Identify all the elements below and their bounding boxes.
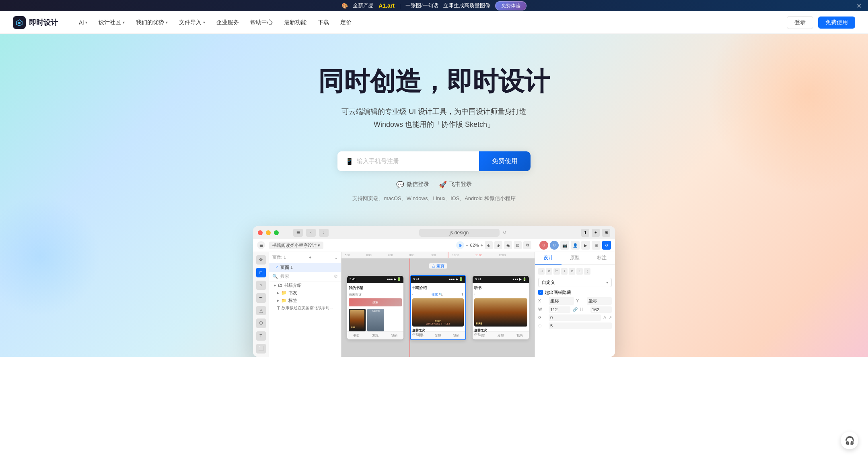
tab-prototype[interactable]: 原型: [562, 252, 588, 265]
search-input[interactable]: 搜索: [280, 273, 331, 279]
hero-cta-button[interactable]: 免费使用: [479, 151, 531, 171]
menu-icon[interactable]: ☰: [257, 241, 265, 249]
move-tool-icon[interactable]: ✥: [256, 255, 266, 265]
mac-sidebar-btn[interactable]: ☰: [293, 229, 303, 237]
folder-icon-2: 📁: [281, 298, 287, 303]
vector-tool-icon[interactable]: ⬡: [256, 318, 266, 328]
phone-input-wrapper[interactable]: 📱 输入手机号注册: [337, 151, 479, 171]
mobile-frame-2: 9:41 ●●● ▶ 🔋 书籍介绍 ‹ 搜索 🔍 ⬆ FIRE: [410, 275, 466, 340]
wechat-login[interactable]: 💬 微信登录: [396, 181, 429, 188]
hero-title: 同时创造，即时设计: [318, 66, 550, 97]
mac-back-btn[interactable]: ‹: [306, 229, 316, 237]
rotation-value[interactable]: 0: [549, 314, 601, 321]
page-1-item[interactable]: ✓ 页面 1: [269, 263, 341, 272]
circle-tool-icon[interactable]: ○: [256, 281, 266, 290]
zoom-plus[interactable]: +: [481, 243, 483, 248]
nav-item-new[interactable]: 最新功能: [279, 17, 311, 29]
pen-tool-icon[interactable]: ✒: [256, 293, 266, 303]
hero-section: 同时创造，即时设计 可云端编辑的专业级 UI 设计工具，为中国设计师量身打造 W…: [0, 34, 868, 357]
nav-download-label: 下载: [318, 19, 329, 26]
collab-play-icon[interactable]: ▶: [581, 241, 590, 250]
mac-close-dot[interactable]: [258, 230, 263, 235]
mac-reload-btn[interactable]: ↺: [503, 230, 506, 235]
mobile-content-1: 我的书架 由来告诉 搜索 FIRE: [347, 283, 403, 331]
layer-book-intro[interactable]: ▸ 🗂 书籍介绍: [269, 281, 341, 289]
feishu-login[interactable]: 🚀 飞书登录: [439, 181, 472, 188]
align-top-icon[interactable]: ⊤: [561, 268, 568, 275]
image-tool-icon[interactable]: ⬜: [256, 344, 266, 354]
mac-url-bar[interactable]: js.design: [419, 229, 500, 237]
tool-icon-5[interactable]: ⊡: [514, 241, 522, 249]
tool-icon-4[interactable]: ◉: [504, 241, 512, 249]
banner-separator-text: 一张图/一句话: [405, 2, 438, 9]
logo[interactable]: 即时设计: [13, 16, 58, 29]
nav-item-download[interactable]: 下载: [313, 17, 334, 29]
nav-item-pricing[interactable]: 定价: [335, 17, 356, 29]
custom-dropdown[interactable]: 自定义 ▾: [538, 278, 612, 287]
nav-item-advantages[interactable]: 我们的优势 ▾: [131, 17, 173, 29]
mac-maximize-dot[interactable]: [274, 230, 279, 235]
register-button[interactable]: 免费使用: [818, 17, 855, 29]
zoom-minus[interactable]: −: [466, 243, 468, 248]
login-button[interactable]: 登录: [787, 16, 813, 29]
align-right-icon[interactable]: ⊢: [553, 268, 560, 275]
align-left-icon[interactable]: ⊣: [538, 268, 545, 275]
nav-advantages-chevron-icon: ▾: [166, 20, 168, 25]
tool-icon-3[interactable]: ⬗: [494, 241, 502, 249]
page-expand-icon[interactable]: ⌄: [334, 255, 338, 260]
mac-grid-icon[interactable]: ⊞: [602, 229, 610, 237]
h-value[interactable]: 162: [590, 306, 612, 313]
mac-plus-icon[interactable]: +: [592, 229, 600, 237]
clip-content-checkbox[interactable]: ✓: [538, 290, 543, 295]
nav-item-help[interactable]: 帮助中心: [245, 17, 278, 29]
layer-text[interactable]: T 故事叙述在美国南北战争时...: [269, 304, 341, 312]
banner-cta-button[interactable]: 免费体验: [495, 1, 527, 10]
w-value[interactable]: 112: [549, 306, 570, 313]
project-name[interactable]: 书籍阅读类小程序设计 ▾: [269, 242, 323, 249]
layer-tags[interactable]: ▸ 📁 标签: [269, 297, 341, 304]
nav-item-enterprise[interactable]: 企业服务: [212, 17, 244, 29]
text-icon[interactable]: A: [603, 315, 606, 320]
mac-minimize-dot[interactable]: [266, 230, 271, 235]
radius-value[interactable]: 5: [549, 323, 612, 329]
banner-close-button[interactable]: ✕: [856, 2, 862, 10]
wh-prop-row: W 112 🔗 H 162: [538, 306, 612, 313]
align-center-h-icon[interactable]: ⊕: [546, 268, 552, 275]
nav-item-ai[interactable]: Ai ▾: [74, 17, 92, 28]
tab-annotation[interactable]: 标注: [588, 252, 615, 265]
layer-friends[interactable]: ▸ 📁 书友: [269, 289, 341, 297]
collab-sync-icon[interactable]: ↺: [602, 241, 611, 250]
nav-pricing-label: 定价: [340, 19, 352, 26]
app-main-content: ✥ □ ○ ✒ △ ⬡ T ⬜ 页数: 1 + ⌄ ✓ 页面 1: [253, 252, 615, 357]
nav-item-community[interactable]: 设计社区 ▾: [94, 17, 130, 29]
tool-icon-6[interactable]: ⧉: [523, 241, 531, 249]
x-value[interactable]: 坐标: [549, 297, 574, 305]
mobile-content-2: 书籍介绍 ‹ 搜索 🔍 ⬆ FIRE WINDHAM & STREET 森林之火: [411, 283, 465, 331]
y-value[interactable]: 坐标: [587, 297, 612, 305]
hero-subtitle-line1: 可云端编辑的专业级 UI 设计工具，为中国设计师量身打造: [341, 108, 527, 116]
collab-photo-icon[interactable]: 📷: [560, 241, 569, 250]
add-page-btn[interactable]: +: [309, 255, 311, 260]
rotation-icon[interactable]: ↗: [609, 315, 612, 320]
mac-share-icon[interactable]: ⬆: [581, 229, 589, 237]
canvas-body[interactable]: △ 聚页 9:41 ●●● ▶ 🔋 我的书架 由来告诉: [341, 258, 535, 357]
canvas-controls: ⊕ − 62% + ⬖ ⬗ ◉ ⊡ ⧉: [456, 241, 531, 249]
distribute-icon[interactable]: ⋮: [584, 268, 590, 275]
nav-item-import[interactable]: 文件导入 ▾: [174, 17, 210, 29]
collab-grid-icon[interactable]: ⊞: [592, 241, 601, 250]
right-panel: 设计 原型 标注 ⊣ ⊕ ⊢ ⊤ ⊕: [535, 252, 615, 357]
collab-person-icon[interactable]: 👤: [571, 241, 580, 250]
mac-forward-btn[interactable]: ›: [319, 229, 329, 237]
banner-emoji: 🎨: [341, 3, 348, 9]
tab-design[interactable]: 设计: [535, 252, 562, 265]
align-bottom-icon[interactable]: ⊥: [576, 268, 583, 275]
tool-icon-2[interactable]: ⬖: [485, 241, 493, 249]
tab-annotation-label: 标注: [597, 255, 607, 261]
filter-icon[interactable]: ⚙: [334, 274, 338, 279]
link-dimensions-icon[interactable]: 🔗: [573, 307, 578, 312]
align-center-v-icon[interactable]: ⊕: [569, 268, 575, 275]
tool-icon-1[interactable]: ⊕: [456, 241, 464, 249]
text-tool-icon[interactable]: T: [256, 331, 266, 341]
frame-tool-icon[interactable]: □: [256, 268, 266, 277]
triangle-tool-icon[interactable]: △: [256, 306, 266, 316]
